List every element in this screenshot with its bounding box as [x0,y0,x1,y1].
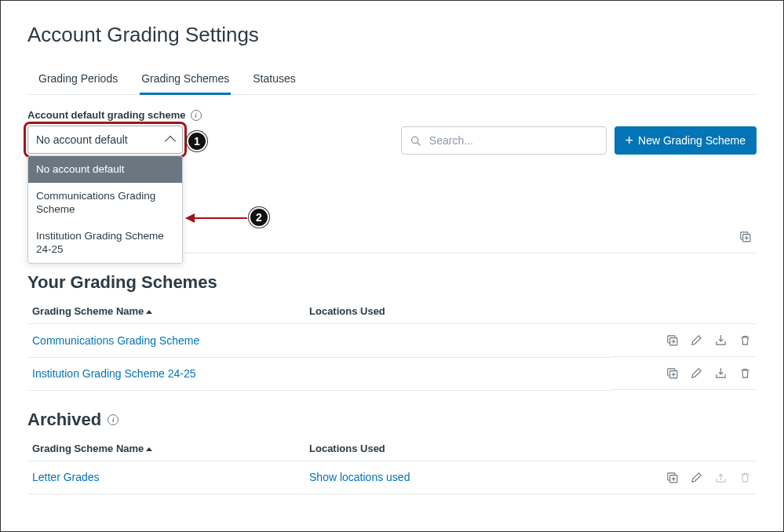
dropdown-selected-text: No account default [36,133,128,146]
col-name-header[interactable]: Grading Scheme Name [27,436,304,461]
delete-icon[interactable] [738,366,752,380]
your-schemes-table: Grading Scheme Name Locations Used Commu… [27,299,757,391]
tab-grading-periods[interactable]: Grading Periods [37,64,119,95]
your-schemes-heading: Your Grading Schemes [27,272,757,293]
show-locations-link[interactable]: Show locations used [309,471,410,483]
default-scheme-label: Account default grading scheme [27,109,186,121]
table-row: Communications Grading Scheme [27,324,757,358]
svg-point-0 [411,137,418,143]
scheme-link-institution[interactable]: Institution Grading Scheme 24-25 [32,367,196,380]
sort-asc-icon [146,310,152,314]
default-scheme-section: Account default grading scheme i No acco… [27,109,202,154]
edit-icon[interactable] [690,366,703,380]
search-icon [410,134,421,148]
table-row: Letter Grades Show locations used [27,461,757,494]
archive-icon[interactable] [714,333,727,347]
delete-icon[interactable] [738,333,752,347]
search-input[interactable] [428,133,598,148]
default-scheme-dropdown[interactable]: No account default [27,126,183,154]
scheme-link-letter-grades[interactable]: Letter Grades [32,471,100,483]
table-row: Institution Grading Scheme 24-25 [27,357,757,390]
dropdown-option-no-default[interactable]: No account default [28,156,182,183]
col-locations-header[interactable]: Locations Used [304,299,611,324]
duplicate-icon[interactable] [665,471,679,484]
archived-heading: Archived i [27,410,757,430]
callout-arrow-icon [186,217,247,219]
callout-badge-2: 2 [249,207,269,228]
svg-line-1 [417,142,420,145]
col-locations-header[interactable]: Locations Used [304,436,611,461]
info-icon[interactable]: i [108,414,119,425]
duplicate-icon[interactable] [738,230,752,243]
col-name-header[interactable]: Grading Scheme Name [27,299,304,324]
chevron-up-icon [165,136,176,147]
unarchive-icon[interactable] [714,471,727,484]
search-box[interactable] [401,126,607,155]
callout-badge-1: 1 [187,131,207,151]
edit-icon[interactable] [690,471,703,484]
sort-asc-icon [146,447,152,451]
plus-icon: + [625,133,634,148]
page-title: Account Grading Settings [27,23,757,47]
archive-icon[interactable] [714,366,727,380]
locations-cell [304,357,611,390]
delete-icon [738,471,752,484]
scheme-link-communications[interactable]: Communications Grading Scheme [32,334,199,347]
edit-icon[interactable] [690,333,703,347]
info-icon[interactable]: i [191,110,202,121]
new-scheme-label: New Grading Scheme [638,134,746,147]
duplicate-icon[interactable] [665,366,679,380]
tabs-bar: Grading Periods Grading Schemes Statuses [27,64,757,95]
tab-grading-schemes[interactable]: Grading Schemes [140,64,231,95]
tab-statuses[interactable]: Statuses [251,64,297,95]
duplicate-icon[interactable] [665,333,679,347]
new-grading-scheme-button[interactable]: + New Grading Scheme [614,126,757,155]
field-label: Account default grading scheme i [27,109,202,121]
locations-cell [304,324,611,358]
dropdown-option-communications[interactable]: Communications Grading Scheme [28,183,182,223]
archived-schemes-table: Grading Scheme Name Locations Used Lette… [27,436,757,495]
dropdown-option-institution[interactable]: Institution Grading Scheme 24-25 [28,223,182,263]
dropdown-list: No account default Communications Gradin… [27,155,183,264]
